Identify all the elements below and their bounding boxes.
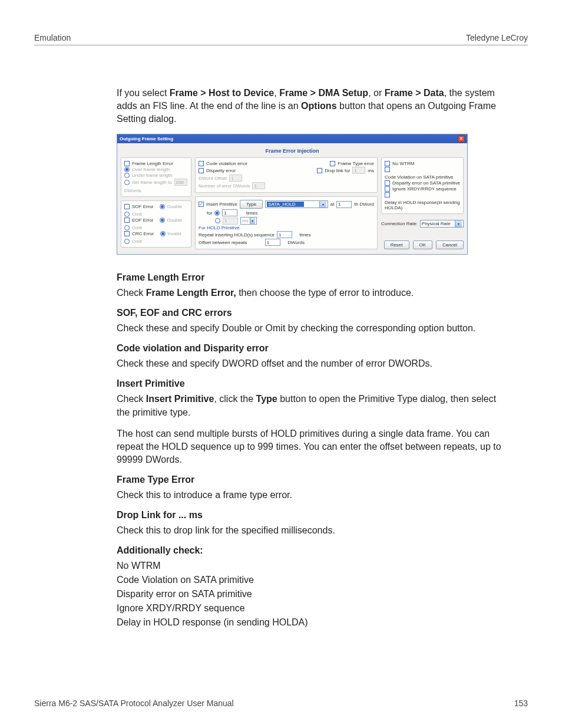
dword-offset-input[interactable]: 1 bbox=[229, 174, 242, 182]
for-times-input[interactable]: 1 bbox=[222, 209, 237, 216]
over-frame-length-radio[interactable] bbox=[124, 167, 130, 172]
sof-error-label: SOF Error bbox=[132, 204, 153, 209]
drop-link-label: Drop link for bbox=[325, 168, 350, 173]
ignore-xrdy-checkbox[interactable] bbox=[385, 186, 390, 192]
insert-primitive-paragraph-2: The host can send multiple bursts of HOL… bbox=[117, 427, 504, 466]
sof-omit-label: Omit bbox=[132, 212, 142, 217]
for-ms-input[interactable]: 1 bbox=[223, 218, 238, 225]
for-ms-unit-dropdown[interactable]: ms▾ bbox=[240, 217, 257, 225]
connection-rate-dropdown[interactable]: Physical Rate▾ bbox=[420, 220, 464, 228]
set-frame-length-radio[interactable] bbox=[124, 180, 130, 185]
disparity-error-checkbox[interactable] bbox=[199, 168, 204, 173]
eof-omit-radio[interactable] bbox=[124, 225, 130, 230]
connection-rate-value: Physical Rate bbox=[422, 221, 451, 226]
frame-type-error-checkbox[interactable] bbox=[330, 161, 335, 166]
delay-hold-checkbox[interactable] bbox=[385, 192, 390, 197]
for-ms-radio[interactable] bbox=[215, 218, 220, 223]
additionally-check-line-1: No WTRM bbox=[117, 559, 504, 572]
ignore-xrdy-label: Ignore XRDY/RRDY sequence bbox=[392, 186, 457, 192]
reset-button[interactable]: Reset bbox=[384, 241, 409, 249]
num-error-dwords-input[interactable]: 1 bbox=[252, 182, 265, 189]
th-dword-label: th DWord bbox=[354, 202, 374, 207]
frame-length-panel: Frame Length Error Over frame length Und… bbox=[121, 157, 191, 197]
code-violation-sata-checkbox[interactable] bbox=[385, 167, 390, 172]
delay-hold-label: Delay in HOLD response(in sending HOLDA) bbox=[385, 200, 460, 210]
no-wtrm-label: No WTRM bbox=[392, 161, 414, 166]
header-left: Emulation bbox=[34, 33, 71, 42]
dialog-subtitle: Frame Error Injection bbox=[117, 143, 467, 157]
primitive-type-value: SATA_HOLD bbox=[267, 202, 303, 207]
frame-type-error-paragraph: Check this to introduce a frame type err… bbox=[117, 489, 504, 502]
page-header: Emulation Teledyne LeCroy bbox=[34, 33, 528, 45]
dialog-title: Outgoing Frame Setting bbox=[120, 136, 173, 141]
close-icon[interactable]: × bbox=[458, 136, 465, 142]
dwords-label: DWords bbox=[124, 188, 141, 193]
chevron-down-icon: ▾ bbox=[250, 218, 255, 224]
sof-double-label: Double bbox=[167, 204, 182, 209]
drop-link-ms-input[interactable]: 1 bbox=[352, 167, 365, 174]
disparity-error-label: Disparity error bbox=[206, 168, 236, 173]
at-dword-input[interactable]: 1 bbox=[336, 201, 352, 208]
offset-dwords-label: DWords bbox=[287, 240, 305, 245]
frame-length-error-checkbox[interactable] bbox=[124, 161, 130, 166]
eof-error-checkbox[interactable] bbox=[124, 218, 130, 223]
for-hold-primitive-label: For HOLD Primitive bbox=[199, 225, 239, 230]
for-times-radio[interactable] bbox=[214, 210, 220, 216]
disparity-sata-checkbox[interactable] bbox=[385, 180, 390, 186]
insert-primitive-checkbox[interactable] bbox=[199, 202, 204, 207]
cancel-button[interactable]: Cancel bbox=[436, 241, 464, 249]
additionally-check-heading: Additionally check: bbox=[117, 545, 504, 556]
insert-primitive-paragraph-1: Check Insert Primitive, click the Type b… bbox=[117, 393, 504, 419]
footer-right: 153 bbox=[514, 699, 528, 708]
insert-primitive-label: Insert Primitive bbox=[206, 202, 237, 207]
code-disparity-panel: Code violation error Frame Type error Di… bbox=[195, 157, 378, 193]
no-wtrm-checkbox[interactable] bbox=[385, 161, 390, 166]
additionally-check-line-2: Code Violation on SATA primitive bbox=[117, 574, 504, 587]
sof-omit-radio[interactable] bbox=[124, 212, 130, 217]
for-label: for bbox=[207, 210, 212, 216]
page-footer: Sierra M6-2 SAS/SATA Protocol Analyzer U… bbox=[34, 699, 528, 708]
frame-type-error-heading: Frame Type Error bbox=[117, 475, 504, 485]
intro-paragraph: If you select Frame > Host to Device, Fr… bbox=[117, 87, 504, 126]
drop-link-checkbox[interactable] bbox=[317, 168, 322, 173]
crc-omit-label: Omit bbox=[132, 239, 142, 244]
sof-error-checkbox[interactable] bbox=[124, 204, 130, 209]
num-error-dwords-label: Number of error DWords bbox=[199, 183, 250, 189]
sof-eof-crc-paragraph: Check these and specify Double or Omit b… bbox=[117, 322, 504, 335]
eof-double-radio[interactable] bbox=[160, 218, 165, 223]
sof-eof-crc-heading: SOF, EOF and CRC errors bbox=[117, 308, 504, 318]
under-frame-length-label: Under frame length bbox=[132, 173, 172, 178]
code-violation-sata-label: Code Violation on SATA primitive bbox=[385, 174, 454, 180]
frame-length-error-heading: Frame Length Error bbox=[117, 272, 504, 283]
code-violation-heading: Code violation and Disparity error bbox=[117, 343, 504, 354]
frame-type-error-label: Frame Type error bbox=[338, 161, 374, 166]
code-violation-checkbox[interactable] bbox=[199, 161, 204, 166]
offset-repeats-input[interactable]: 1 bbox=[265, 239, 280, 246]
set-frame-length-input[interactable]: 200 bbox=[174, 179, 187, 186]
right-options-panel: No WTRM Code Violation on SATA primitive… bbox=[381, 157, 464, 214]
repeat-hold-label: Repeat inserting HOLD(s) sequence bbox=[199, 232, 275, 238]
disparity-sata-label: Disparity error on SATA primitive bbox=[392, 180, 460, 186]
at-label: at bbox=[330, 202, 335, 207]
set-frame-length-label: Set frame length to bbox=[132, 180, 172, 185]
type-button[interactable]: Type bbox=[240, 200, 263, 209]
drop-link-paragraph: Check this to drop link for the specifie… bbox=[117, 524, 504, 537]
insert-primitive-heading: Insert Primitive bbox=[117, 378, 504, 389]
additionally-check-line-3: Disparity error on SATA primitive bbox=[117, 588, 504, 601]
crc-omit-radio[interactable] bbox=[124, 239, 130, 244]
footer-left: Sierra M6-2 SAS/SATA Protocol Analyzer U… bbox=[34, 699, 234, 708]
times-label: times bbox=[246, 210, 257, 216]
code-violation-paragraph: Check these and specify DWORD offset and… bbox=[117, 357, 504, 370]
repeat-hold-input[interactable]: 1 bbox=[277, 231, 292, 238]
eof-error-label: EOF Error bbox=[132, 218, 153, 223]
crc-invalid-radio[interactable] bbox=[160, 231, 166, 236]
crc-error-checkbox[interactable] bbox=[124, 231, 130, 236]
frame-length-error-paragraph: Check Frame Length Error, then choose th… bbox=[117, 286, 504, 299]
repeat-times-label: times bbox=[299, 232, 310, 238]
primitive-type-dropdown[interactable]: SATA_HOLD▾ bbox=[265, 200, 328, 208]
sof-double-radio[interactable] bbox=[160, 204, 165, 209]
ok-button[interactable]: OK bbox=[413, 241, 433, 249]
crc-invalid-label: Invalid bbox=[168, 231, 181, 236]
dword-offset-label: DWord Offset bbox=[199, 176, 227, 181]
under-frame-length-radio[interactable] bbox=[124, 173, 130, 178]
